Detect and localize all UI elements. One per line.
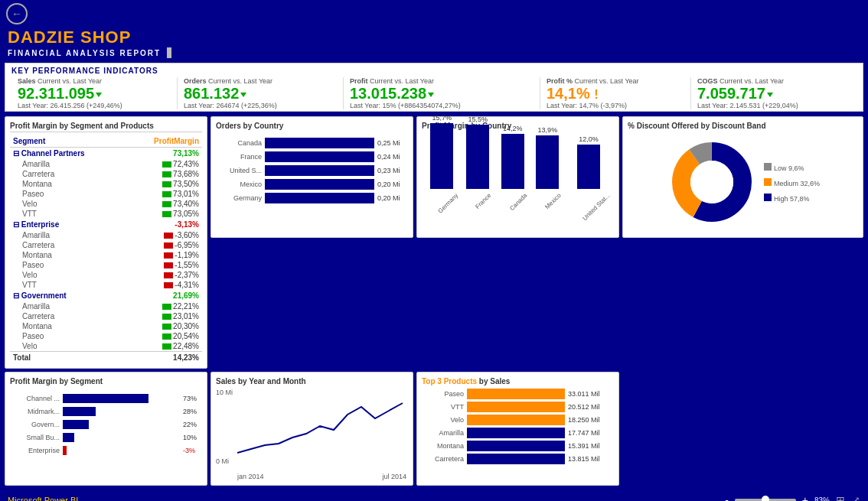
sales-by-year-title: Sales by Year and Month [216, 377, 408, 386]
group-channel-partners: ⊟ Channel Partners 73,13% [10, 148, 202, 160]
shop-title: DADZIE SHOP [8, 28, 860, 47]
prod-label-paseo: Paseo [422, 390, 464, 398]
bar-val-mexico: 0,20 Mi [377, 181, 408, 188]
vbar-us [577, 145, 600, 189]
kpi-sales-sublabel: Last Year: 26.415.256 (+249,46%) [18, 102, 171, 109]
discount-title: % Discount Offered by Discount Band [628, 122, 858, 130]
bar-val-germany: 0,20 Mi [377, 194, 408, 202]
kpi-cogs-value: 7.059.717 [697, 85, 850, 102]
kpi-bar-title: KEY PERFORMANCE INDICATORS [11, 67, 857, 75]
row-velo-gov: Velo22,48% [10, 341, 202, 352]
kpi-profit-pct-sublabel: Last Year: 14,7% (-3,97%) [547, 102, 684, 109]
prod-val-carretera: 13.815 Mil [568, 455, 614, 463]
vbar-mexico [536, 135, 559, 189]
orders-chart: Canada 0,25 Mi France 0,24 Mi United S..… [216, 133, 408, 208]
prod-label-velo: Velo [422, 416, 464, 424]
kpi-sales: Sales Current vs. Last Year 92.311.095 L… [11, 77, 178, 109]
donut-chart [666, 136, 758, 228]
report-divider [167, 47, 171, 58]
row-vtt-ent: VTT-4,31% [10, 280, 202, 290]
prod-val-vtt: 20.512 Mil [568, 403, 614, 411]
seg-val-smallbu: 10% [183, 434, 202, 441]
vbar-xlabel-canada: Canada [508, 192, 528, 212]
legend-medium: Medium 32,6% [764, 178, 820, 187]
profit-margin-segment-title: Profit Margin by Segment [10, 377, 202, 386]
row-velo-ent: Velo-2,37% [10, 270, 202, 280]
row-velo-cp: Velo73,40% [10, 199, 202, 209]
row-carretera-cp: Carretera73,68% [10, 169, 202, 179]
vbar-chart: 15,7% Germany 15,5% France 14,2% Canada … [422, 133, 614, 217]
row-carretera-ent: Carretera-6,95% [10, 240, 202, 250]
bar-label-canada: Canada [216, 139, 262, 147]
svg-point-3 [690, 161, 733, 203]
bar-label-france: France [216, 153, 262, 161]
row-amarilla-ent: Amarilla-3,60% [10, 230, 202, 240]
top3-products-card: Top 3 Products by Sales Paseo 33.011 Mil… [416, 372, 619, 486]
powerbi-link[interactable]: Microsoft Power BI [8, 496, 78, 501]
seg-label-govern: Govern... [10, 421, 60, 428]
kpi-orders: Orders Current vs. Last Year 861.132 Las… [178, 77, 344, 109]
sales-x-jul: jul 2014 [382, 473, 406, 480]
vbar-xlabel-france: France [474, 192, 492, 210]
prod-label-montana: Montana [422, 442, 464, 450]
vbar-canada [501, 134, 524, 189]
view-icon[interactable]: ⊞ [836, 494, 845, 501]
col-segment: Segment [10, 135, 126, 148]
bar-val-france: 0,24 Mi [377, 153, 408, 161]
kpi-sales-value: 92.311.095 [18, 85, 171, 102]
row-amarilla-cp: Amarilla72,43% [10, 159, 202, 169]
fullscreen-icon[interactable]: ⤢ [851, 494, 860, 501]
kpi-orders-value: 861.132 [184, 85, 337, 102]
row-montana-cp: Montana73,50% [10, 179, 202, 189]
report-subtitle: FINANCIAL ANALYSIS REPORT [8, 49, 161, 57]
vbar-pct-us: 12,0% [579, 135, 599, 143]
row-montana-ent: Montana-1,19% [10, 250, 202, 260]
bar-label-uniteds: United S... [216, 167, 262, 174]
seg-label-enterprise: Enterprise [10, 447, 60, 454]
right-panel: Profit Margin by Segment and Products Se… [5, 116, 207, 369]
bar-label-mexico: Mexico [216, 181, 262, 188]
legend-low: Low 9,6% [764, 163, 820, 172]
total-row: Total 14,23% [10, 352, 202, 364]
orders-by-country-title: Orders by Country [216, 122, 408, 130]
row-vtt-cp: VTT73,05% [10, 209, 202, 219]
prod-val-montana: 15.391 Mil [568, 442, 614, 450]
sales-x-jan: jan 2014 [237, 473, 264, 480]
kpi-cogs: COGS Current vs. Last Year 7.059.717 Las… [691, 77, 857, 109]
group-government: ⊟ Government 21,69% [10, 290, 202, 301]
orders-by-country-card: Orders by Country Canada 0,25 Mi France … [210, 116, 413, 238]
group-enterprise: ⊟ Enterprise -3,13% [10, 219, 202, 230]
prod-val-amarilla: 17.747 Mil [568, 429, 614, 437]
row-paseo-gov: Paseo20,54% [10, 331, 202, 341]
kpi-sales-label: Sales [18, 77, 36, 85]
sales-ymax: 10 Mi [216, 389, 233, 396]
line-chart-svg [237, 392, 406, 468]
prod-label-carretera: Carretera [422, 455, 464, 463]
vbar-pct-mexico: 13,9% [538, 126, 558, 134]
seg-val-enterprise: -3% [183, 447, 202, 454]
row-paseo-ent: Paseo-1,55% [10, 260, 202, 270]
prod-val-velo: 18.250 Mil [568, 416, 614, 424]
vbar-xlabel-mexico: Mexico [543, 192, 562, 210]
seg-val-midmark: 28% [183, 408, 202, 415]
zoom-plus[interactable]: + [802, 494, 808, 501]
bar-label-germany: Germany [216, 194, 262, 202]
zoom-minus[interactable]: - [725, 494, 729, 501]
prod-val-paseo: 33.011 Mil [568, 390, 614, 398]
seg-label-channel: Channel ... [10, 395, 60, 402]
vbar-xlabel-us: United Stat... [581, 192, 611, 222]
vbar-france [466, 125, 489, 189]
back-button[interactable]: ← [6, 3, 28, 24]
row-paseo-cp: Paseo73,01% [10, 189, 202, 199]
kpi-profit-sublabel: Last Year: 15% (+8864354074,27%) [350, 102, 534, 109]
vbar-pct-france: 15,5% [468, 115, 488, 123]
top3-title: Top 3 Products [422, 377, 477, 386]
bar-val-canada: 0,25 Mi [377, 139, 408, 147]
vbar-pct-canada: 14,2% [503, 125, 523, 132]
col-profitmargin: ProfitMargin [126, 135, 202, 148]
profit-margin-segment-card: Profit Margin by Segment Channel ... 73%… [5, 372, 207, 486]
prod-label-amarilla: Amarilla [422, 429, 464, 437]
kpi-orders-sublabel: Last Year: 264674 (+225,36%) [184, 102, 337, 109]
kpi-cogs-sublabel: Last Year: 2.145.531 (+229,04%) [697, 102, 850, 109]
prod-label-vtt: VTT [422, 403, 464, 411]
